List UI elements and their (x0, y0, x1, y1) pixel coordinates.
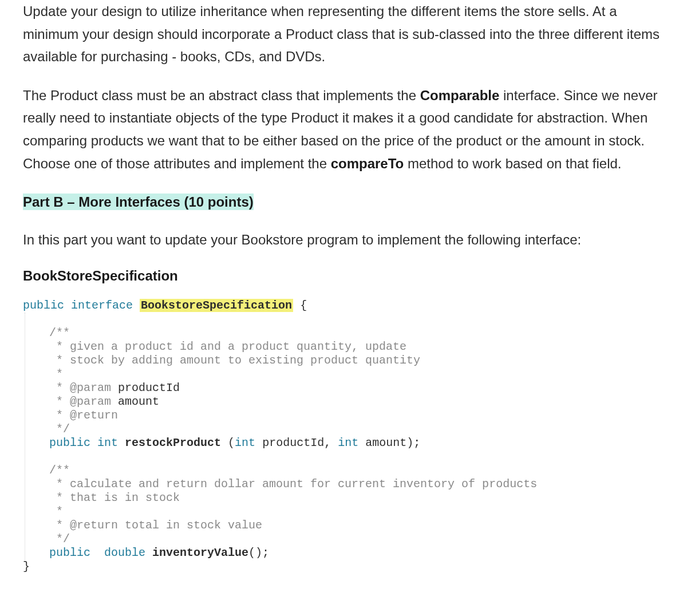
comment-line: * stock by adding amount to existing pro… (49, 354, 420, 367)
comment-line: /** (49, 464, 70, 477)
comment-line: * @return (49, 519, 118, 532)
comparable-keyword: Comparable (420, 88, 500, 103)
section-heading-wrap: Part B – More Interfaces (10 points) (23, 191, 664, 214)
keyword-int: int (338, 436, 358, 449)
paragraph-1: Update your design to utilize inheritanc… (23, 0, 664, 68)
comment-line: * that is in stock (49, 491, 180, 504)
section-heading-part-b: Part B – More Interfaces (10 points) (23, 194, 254, 210)
comment-line: * calculate and return dollar amount for… (49, 477, 537, 491)
code-block: public interface BookstoreSpecification … (23, 299, 664, 574)
keyword-public: public (49, 436, 90, 449)
interface-title: BookStoreSpecification (23, 264, 664, 287)
keyword-int: int (97, 436, 118, 449)
comment-line: * @param (49, 395, 111, 408)
paragraph-2: The Product class must be an abstract cl… (23, 84, 664, 175)
comment-line: * @param (49, 381, 111, 394)
comment-line: * (49, 505, 63, 518)
keyword-public: public (23, 299, 64, 312)
method-name-inventoryvalue: inventoryValue (152, 546, 248, 559)
comment-line: */ (49, 532, 70, 546)
comment-line: */ (49, 422, 70, 436)
param-name: amount); (358, 436, 420, 449)
javadoc-return-desc: total in stock value (118, 519, 262, 532)
brace-close: } (23, 560, 30, 573)
code-body: /** * given a product id and a product q… (25, 313, 537, 560)
paren-open: ( (221, 436, 235, 449)
keyword-interface: interface (71, 299, 133, 312)
keyword-int: int (235, 436, 255, 449)
type-name-highlight: BookstoreSpecification (140, 299, 293, 312)
keyword-public: public (49, 546, 90, 559)
javadoc-param-name: amount (111, 395, 159, 408)
paragraph-3: In this part you want to update your Boo… (23, 228, 664, 251)
para2-text-a: The Product class must be an abstract cl… (23, 88, 420, 103)
comment-line: * given a product id and a product quant… (49, 340, 406, 353)
para2-text-c: method to work based on that field. (404, 156, 621, 171)
comment-line: * (49, 368, 63, 381)
comment-line: * @return (49, 409, 118, 422)
keyword-double: double (104, 546, 145, 559)
method-tail: (); (248, 546, 269, 559)
param-name: productId, (255, 436, 338, 449)
javadoc-param-name: productId (111, 381, 180, 394)
compareto-keyword: compareTo (331, 156, 404, 171)
method-name-restockproduct: restockProduct (125, 436, 221, 449)
brace-open: { (293, 299, 307, 312)
comment-line: /** (49, 326, 70, 339)
